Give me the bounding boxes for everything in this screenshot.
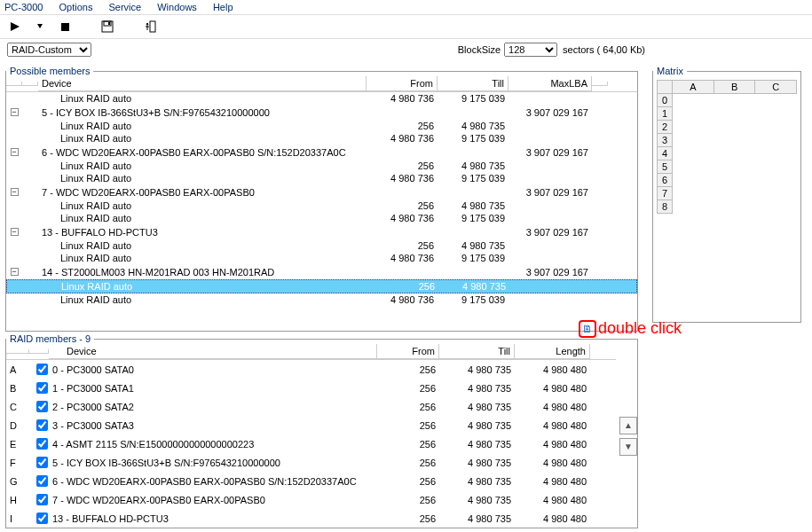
possible-row[interactable]: Linux RAID auto4 980 7369 175 039 xyxy=(6,212,637,224)
svg-marker-0 xyxy=(11,22,20,31)
blocksize-select[interactable]: 128 xyxy=(504,43,557,57)
from-value: 4 980 736 xyxy=(367,92,438,105)
member-checkbox[interactable] xyxy=(36,438,48,450)
from-value: 256 xyxy=(367,120,438,132)
member-row[interactable]: F5 - ICY BOX IB-366StU3+B S/N:F976543210… xyxy=(6,453,616,472)
matrix-row-header[interactable]: 8 xyxy=(658,200,673,214)
play-icon[interactable] xyxy=(7,19,23,35)
menu-options[interactable]: Options xyxy=(59,2,92,12)
from-value: 4 980 736 xyxy=(367,252,438,264)
possible-row[interactable]: −14 - ST2000LM003 HN-M201RAD 003 HN-M201… xyxy=(6,264,637,279)
col-length[interactable]: Length xyxy=(515,344,590,359)
raid-members-list[interactable]: A0 - PC3000 SATA02564 980 7354 980 480B1… xyxy=(6,359,616,528)
member-row[interactable]: H7 - WDC WD20EARX-00PASB0 EARX-00PASB025… xyxy=(6,490,616,509)
col-maxlba[interactable]: MaxLBA xyxy=(508,76,592,91)
matrix-row-header[interactable]: 6 xyxy=(658,174,673,187)
stop-icon[interactable] xyxy=(57,19,73,35)
svg-rect-6 xyxy=(150,21,155,32)
col-till[interactable]: Till xyxy=(439,344,515,359)
matrix-row-header[interactable]: 5 xyxy=(658,160,673,174)
col-from[interactable]: From xyxy=(367,76,438,91)
possible-row[interactable]: −7 - WDC WD20EARX-00PASB0 EARX-00PASB03 … xyxy=(6,184,637,200)
move-up-button[interactable]: ▲ xyxy=(619,417,637,434)
member-device-name: 1 - PC3000 SATA1 xyxy=(49,382,377,395)
possible-row[interactable]: Linux RAID auto2564 980 735 xyxy=(6,239,637,252)
possible-row[interactable]: Linux RAID auto4 980 7369 175 039 xyxy=(6,92,637,105)
member-checkbox[interactable] xyxy=(36,512,48,524)
member-letter: G xyxy=(6,475,29,488)
member-device-name: 13 - BUFFALO HD-PCTU3 xyxy=(49,512,377,525)
till-value: 4 980 735 xyxy=(439,364,515,376)
matrix-row-header[interactable]: 2 xyxy=(658,121,673,134)
menu-service[interactable]: Service xyxy=(108,2,141,12)
member-checkbox[interactable] xyxy=(36,364,48,375)
till-value: 9 175 039 xyxy=(438,293,508,306)
member-letter: D xyxy=(6,419,29,432)
member-row[interactable]: I13 - BUFFALO HD-PCTU32564 980 7354 980 … xyxy=(6,509,616,528)
member-row[interactable]: B1 - PC3000 SATA12564 980 7354 980 480 xyxy=(6,379,616,397)
matrix-row-header[interactable]: 0 xyxy=(658,94,673,107)
matrix-grid[interactable]: ABC012345678 xyxy=(657,80,797,214)
collapse-icon[interactable]: − xyxy=(11,188,19,196)
collapse-icon[interactable]: − xyxy=(11,268,19,276)
matrix-col-header[interactable]: C xyxy=(755,81,797,94)
menu-windows[interactable]: Windows xyxy=(157,2,197,12)
possible-members-list[interactable]: Linux RAID auto4 980 7369 175 039−5 - IC… xyxy=(6,91,637,331)
member-row[interactable]: G6 - WDC WD20EARX-00PASB0 EARX-00PASB0 S… xyxy=(6,472,616,490)
till-value: 4 980 735 xyxy=(439,457,515,469)
maxlba-value xyxy=(508,217,592,219)
save-icon[interactable] xyxy=(99,19,115,35)
collapse-icon[interactable]: − xyxy=(11,148,19,156)
col-device[interactable]: Device xyxy=(49,344,377,359)
till-value: 4 980 735 xyxy=(439,382,515,395)
matrix-row-header[interactable]: 3 xyxy=(658,134,673,147)
member-row[interactable]: D3 - PC3000 SATA32564 980 7354 980 480 xyxy=(6,416,616,434)
till-value: 4 980 735 xyxy=(439,494,515,506)
maxlba-value xyxy=(508,137,592,139)
till-value: 4 980 735 xyxy=(439,401,515,413)
device-name: Linux RAID auto xyxy=(38,293,367,306)
collapse-icon[interactable]: − xyxy=(11,228,19,236)
from-value: 4 980 736 xyxy=(367,132,438,145)
matrix-col-header[interactable]: A xyxy=(673,81,714,94)
possible-row[interactable]: Linux RAID auto2564 980 735 xyxy=(6,120,637,132)
collapse-icon[interactable]: − xyxy=(11,108,19,116)
matrix-col-header[interactable]: B xyxy=(713,81,755,94)
possible-row[interactable]: −6 - WDC WD20EARX-00PASB0 EARX-00PASB0 S… xyxy=(6,145,637,160)
possible-row[interactable]: −5 - ICY BOX IB-366StU3+B S/N:F976543210… xyxy=(6,105,637,120)
possible-row[interactable]: Linux RAID auto4 980 7369 175 039 xyxy=(6,172,637,184)
member-checkbox[interactable] xyxy=(36,475,48,487)
svg-marker-1 xyxy=(37,24,43,28)
member-row[interactable]: A0 - PC3000 SATA02564 980 7354 980 480 xyxy=(6,360,616,379)
col-till[interactable]: Till xyxy=(438,76,508,91)
possible-row[interactable]: Linux RAID auto2564 980 735 xyxy=(6,160,637,172)
member-checkbox[interactable] xyxy=(36,457,48,468)
exit-icon[interactable] xyxy=(142,19,158,35)
menu-help[interactable]: Help xyxy=(213,2,233,12)
from-value xyxy=(367,112,438,113)
member-checkbox[interactable] xyxy=(36,382,48,394)
length-value: 4 980 480 xyxy=(515,382,590,395)
possible-row[interactable]: Linux RAID auto4 980 7369 175 039 xyxy=(6,132,637,145)
possible-row[interactable]: −13 - BUFFALO HD-PCTU33 907 029 167 xyxy=(6,224,637,239)
raid-type-select[interactable]: RAID-Custom xyxy=(7,43,91,57)
matrix-row-header[interactable]: 7 xyxy=(658,187,673,200)
col-device[interactable]: Device xyxy=(38,76,367,91)
member-row[interactable]: E4 - ASMT 2115 S/N:E15000000000000000223… xyxy=(6,434,616,453)
matrix-row-header[interactable]: 4 xyxy=(658,147,673,160)
dropdown-arrow-icon[interactable] xyxy=(32,19,48,35)
col-from[interactable]: From xyxy=(377,344,439,359)
matrix-row-header[interactable]: 1 xyxy=(658,107,673,121)
device-name: 7 - WDC WD20EARX-00PASB0 EARX-00PASB0 xyxy=(38,186,367,199)
possible-row[interactable]: Linux RAID auto2564 980 735 xyxy=(6,200,637,212)
possible-row[interactable]: Linux RAID auto4 980 7369 175 039 xyxy=(6,252,637,264)
matrix-legend: Matrix xyxy=(653,66,687,76)
possible-row[interactable]: Linux RAID auto4 980 7369 175 039 xyxy=(6,293,637,306)
possible-row[interactable]: Linux RAID auto2564 980 735 xyxy=(6,279,637,293)
member-checkbox[interactable] xyxy=(36,419,48,431)
member-checkbox[interactable] xyxy=(36,494,48,505)
member-row[interactable]: C2 - PC3000 SATA22564 980 7354 980 480 xyxy=(6,397,616,416)
member-checkbox[interactable] xyxy=(36,401,48,412)
from-value: 256 xyxy=(377,382,439,395)
move-down-button[interactable]: ▼ xyxy=(619,438,637,456)
